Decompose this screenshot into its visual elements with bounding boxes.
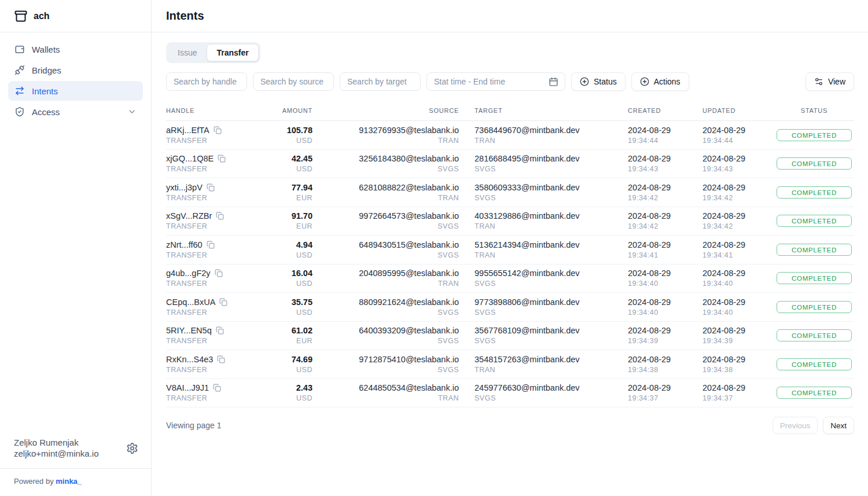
amount-cell: 74.69 USD <box>272 354 312 374</box>
source-address: 8809921624@teslabank.io <box>312 297 459 307</box>
previous-page-button[interactable]: Previous <box>773 417 818 434</box>
created-date: 2024-08-29 <box>628 153 703 164</box>
created-cell: 2024-08-29 19:34:42 <box>628 182 703 203</box>
settings-button[interactable] <box>126 442 138 454</box>
created-date: 2024-08-29 <box>628 383 703 393</box>
target-cell: 9773898806@mintbank.dev SVGS <box>475 297 628 317</box>
column-source: SOURCE <box>312 107 459 114</box>
updated-time: 19:34:44 <box>703 137 776 145</box>
table-row[interactable]: RxKn...S4e3 TRANSFER 74.69 USD 971287541… <box>166 350 854 379</box>
table-header: HANDLE AMOUNT SOURCE TARGET CREATED UPDA… <box>166 101 854 121</box>
table-row[interactable]: V8AI...J9J1 TRANSFER 2.43 USD 6244850534… <box>166 379 854 408</box>
copy-icon[interactable] <box>214 126 222 134</box>
currency: USD <box>272 308 312 317</box>
search-target-input[interactable] <box>340 72 421 91</box>
amount-value: 4.94 <box>272 240 312 250</box>
minka-brand-link[interactable]: minka_ <box>56 477 82 486</box>
sidebar-item-access[interactable]: Access <box>8 102 143 122</box>
target-address: 9773898806@mintbank.dev <box>475 297 628 307</box>
updated-date: 2024-08-29 <box>703 325 776 336</box>
copy-icon[interactable] <box>213 384 221 392</box>
amount-cell: 105.78 USD <box>272 125 312 145</box>
actions-filter-button[interactable]: Actions <box>631 72 689 91</box>
copy-icon[interactable] <box>215 269 223 277</box>
copy-icon[interactable] <box>207 241 215 249</box>
target-type: SVGS <box>475 165 628 174</box>
amount-value: 16.04 <box>272 268 312 278</box>
next-page-button[interactable]: Next <box>823 417 854 434</box>
table-row[interactable]: yxti...j3pV TRANSFER 77.94 EUR 628108882… <box>166 178 854 207</box>
filter-row: Stat time - End time Status Actions <box>166 72 854 91</box>
source-type: SVGS <box>312 165 459 174</box>
status-cell: COMPLETED <box>776 186 852 199</box>
date-range-picker[interactable]: Stat time - End time <box>426 72 565 91</box>
currency: EUR <box>272 194 312 203</box>
viewing-page-label: Viewing page 1 <box>166 421 221 430</box>
powered-by-text: Powered by <box>14 477 56 486</box>
table-row[interactable]: aRKj...EfTA TRANSFER 105.78 USD 91327699… <box>166 121 854 150</box>
shield-check-icon <box>14 106 25 117</box>
status-badge: COMPLETED <box>777 272 852 284</box>
tab-issue[interactable]: Issue <box>168 44 207 61</box>
created-cell: 2024-08-29 19:34:38 <box>628 354 703 374</box>
status-badge: COMPLETED <box>777 129 852 141</box>
table-row[interactable]: 5RIY...EN5q TRANSFER 61.02 EUR 640039320… <box>166 322 854 351</box>
handle-value: RxKn...S4e3 <box>166 354 213 365</box>
updated-date: 2024-08-29 <box>703 182 776 193</box>
copy-icon[interactable] <box>216 326 224 335</box>
handle-cell: xjGQ...1Q8E TRANSFER <box>166 153 272 174</box>
created-time: 19:34:38 <box>628 366 703 374</box>
target-type: SVGS <box>475 280 628 288</box>
created-date: 2024-08-29 <box>628 297 703 307</box>
handle-value: aRKj...EfTA <box>166 125 209 135</box>
copy-icon[interactable] <box>218 155 226 163</box>
column-created: CREATED <box>628 107 703 114</box>
sidebar-item-intents[interactable]: Intents <box>8 81 143 101</box>
source-address: 6400393209@teslabank.io <box>312 325 459 336</box>
handle-value: yxti...j3pV <box>166 182 203 193</box>
copy-icon[interactable] <box>207 183 215 192</box>
table-row[interactable]: xSgV...RZBr TRANSFER 91.70 EUR 997266457… <box>166 207 854 236</box>
status-filter-button[interactable]: Status <box>571 72 626 91</box>
copy-icon[interactable] <box>217 355 225 363</box>
updated-date: 2024-08-29 <box>703 153 776 164</box>
circle-plus-icon <box>580 77 589 86</box>
table-row[interactable]: g4ub...gF2y TRANSFER 16.04 USD 204089599… <box>166 264 854 293</box>
table-row[interactable]: CEpq...BxUA TRANSFER 35.75 USD 880992162… <box>166 293 854 322</box>
search-handle-input[interactable] <box>166 72 247 91</box>
handle-cell: CEpq...BxUA TRANSFER <box>166 297 272 317</box>
sidebar-item-bridges[interactable]: Bridges <box>8 60 143 80</box>
table-row[interactable]: zNrt...ff60 TRANSFER 4.94 USD 6489430515… <box>166 236 854 264</box>
amount-value: 77.94 <box>272 182 312 193</box>
currency: USD <box>272 251 312 260</box>
created-time: 19:34:40 <box>628 280 703 288</box>
copy-icon[interactable] <box>216 212 224 220</box>
app-name: ach <box>34 11 50 21</box>
column-status: STATUS <box>776 107 852 114</box>
updated-date: 2024-08-29 <box>703 297 776 307</box>
target-type: SVGS <box>475 394 628 403</box>
app-logo[interactable]: ach <box>0 0 151 32</box>
search-source-input[interactable] <box>253 72 334 91</box>
circle-plus-icon <box>640 77 649 86</box>
view-button[interactable]: View <box>806 72 854 91</box>
status-badge: COMPLETED <box>777 186 852 199</box>
created-cell: 2024-08-29 19:34:40 <box>628 297 703 317</box>
copy-icon[interactable] <box>219 298 227 306</box>
created-date: 2024-08-29 <box>628 240 703 250</box>
tab-transfer[interactable]: Transfer <box>207 44 258 61</box>
status-cell: COMPLETED <box>776 244 852 256</box>
handle-cell: xSgV...RZBr TRANSFER <box>166 211 272 231</box>
currency: USD <box>272 366 312 374</box>
created-cell: 2024-08-29 19:34:42 <box>628 211 703 231</box>
created-time: 19:34:37 <box>628 394 703 403</box>
transfer-arrows-icon <box>14 86 25 96</box>
powered-by: Powered by minka_ <box>0 468 151 496</box>
calendar-icon <box>549 77 558 87</box>
sidebar-item-wallets[interactable]: Wallets <box>8 39 143 59</box>
table-row[interactable]: xjGQ...1Q8E TRANSFER 42.45 USD 325618438… <box>166 150 854 179</box>
source-address: 6244850534@teslabank.io <box>312 383 459 393</box>
created-cell: 2024-08-29 19:34:43 <box>628 153 703 174</box>
target-address: 3580609333@mintbank.dev <box>475 182 628 193</box>
updated-cell: 2024-08-29 19:34:40 <box>703 297 776 317</box>
